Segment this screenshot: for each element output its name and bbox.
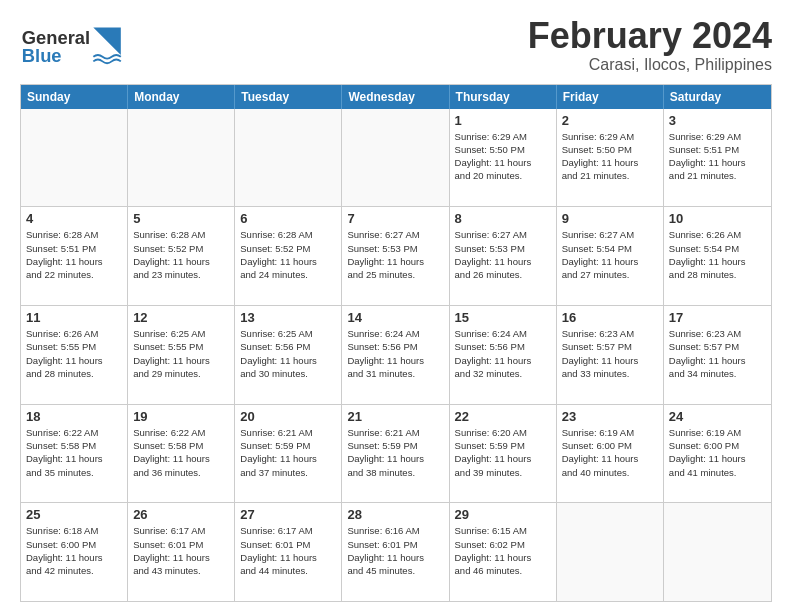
day-header-friday: Friday bbox=[557, 85, 664, 109]
calendar-cell: 23Sunrise: 6:19 AM Sunset: 6:00 PM Dayli… bbox=[557, 405, 664, 503]
day-number: 25 bbox=[26, 507, 122, 522]
day-info: Sunrise: 6:23 AM Sunset: 5:57 PM Dayligh… bbox=[562, 327, 658, 380]
day-info: Sunrise: 6:17 AM Sunset: 6:01 PM Dayligh… bbox=[133, 524, 229, 577]
day-number: 6 bbox=[240, 211, 336, 226]
calendar-cell: 13Sunrise: 6:25 AM Sunset: 5:56 PM Dayli… bbox=[235, 306, 342, 404]
day-info: Sunrise: 6:15 AM Sunset: 6:02 PM Dayligh… bbox=[455, 524, 551, 577]
page: General Blue February 2024 Carasi, Iloco… bbox=[0, 0, 792, 612]
day-info: Sunrise: 6:25 AM Sunset: 5:56 PM Dayligh… bbox=[240, 327, 336, 380]
day-info: Sunrise: 6:19 AM Sunset: 6:00 PM Dayligh… bbox=[669, 426, 766, 479]
calendar-cell bbox=[557, 503, 664, 601]
day-number: 22 bbox=[455, 409, 551, 424]
day-info: Sunrise: 6:20 AM Sunset: 5:59 PM Dayligh… bbox=[455, 426, 551, 479]
calendar-cell: 12Sunrise: 6:25 AM Sunset: 5:55 PM Dayli… bbox=[128, 306, 235, 404]
calendar-cell: 16Sunrise: 6:23 AM Sunset: 5:57 PM Dayli… bbox=[557, 306, 664, 404]
calendar-cell: 10Sunrise: 6:26 AM Sunset: 5:54 PM Dayli… bbox=[664, 207, 771, 305]
calendar-cell bbox=[235, 109, 342, 207]
calendar-cell bbox=[664, 503, 771, 601]
calendar-cell: 5Sunrise: 6:28 AM Sunset: 5:52 PM Daylig… bbox=[128, 207, 235, 305]
calendar-cell: 26Sunrise: 6:17 AM Sunset: 6:01 PM Dayli… bbox=[128, 503, 235, 601]
day-number: 26 bbox=[133, 507, 229, 522]
day-number: 7 bbox=[347, 211, 443, 226]
day-info: Sunrise: 6:23 AM Sunset: 5:57 PM Dayligh… bbox=[669, 327, 766, 380]
day-info: Sunrise: 6:19 AM Sunset: 6:00 PM Dayligh… bbox=[562, 426, 658, 479]
day-number: 13 bbox=[240, 310, 336, 325]
calendar-cell: 1Sunrise: 6:29 AM Sunset: 5:50 PM Daylig… bbox=[450, 109, 557, 207]
day-header-sunday: Sunday bbox=[21, 85, 128, 109]
day-info: Sunrise: 6:18 AM Sunset: 6:00 PM Dayligh… bbox=[26, 524, 122, 577]
day-number: 18 bbox=[26, 409, 122, 424]
day-number: 23 bbox=[562, 409, 658, 424]
day-info: Sunrise: 6:27 AM Sunset: 5:54 PM Dayligh… bbox=[562, 228, 658, 281]
day-info: Sunrise: 6:26 AM Sunset: 5:54 PM Dayligh… bbox=[669, 228, 766, 281]
day-number: 12 bbox=[133, 310, 229, 325]
day-info: Sunrise: 6:29 AM Sunset: 5:50 PM Dayligh… bbox=[562, 130, 658, 183]
day-number: 15 bbox=[455, 310, 551, 325]
day-info: Sunrise: 6:26 AM Sunset: 5:55 PM Dayligh… bbox=[26, 327, 122, 380]
day-info: Sunrise: 6:16 AM Sunset: 6:01 PM Dayligh… bbox=[347, 524, 443, 577]
calendar-cell bbox=[342, 109, 449, 207]
day-number: 21 bbox=[347, 409, 443, 424]
day-info: Sunrise: 6:17 AM Sunset: 6:01 PM Dayligh… bbox=[240, 524, 336, 577]
logo-svg: General Blue bbox=[20, 16, 130, 71]
calendar-header: SundayMondayTuesdayWednesdayThursdayFrid… bbox=[21, 85, 771, 109]
day-header-thursday: Thursday bbox=[450, 85, 557, 109]
calendar-cell: 14Sunrise: 6:24 AM Sunset: 5:56 PM Dayli… bbox=[342, 306, 449, 404]
page-subtitle: Carasi, Ilocos, Philippines bbox=[528, 56, 772, 74]
calendar-cell: 2Sunrise: 6:29 AM Sunset: 5:50 PM Daylig… bbox=[557, 109, 664, 207]
calendar-cell: 15Sunrise: 6:24 AM Sunset: 5:56 PM Dayli… bbox=[450, 306, 557, 404]
day-number: 19 bbox=[133, 409, 229, 424]
day-number: 10 bbox=[669, 211, 766, 226]
calendar-cell: 20Sunrise: 6:21 AM Sunset: 5:59 PM Dayli… bbox=[235, 405, 342, 503]
calendar-cell: 25Sunrise: 6:18 AM Sunset: 6:00 PM Dayli… bbox=[21, 503, 128, 601]
day-header-wednesday: Wednesday bbox=[342, 85, 449, 109]
calendar-cell: 24Sunrise: 6:19 AM Sunset: 6:00 PM Dayli… bbox=[664, 405, 771, 503]
calendar-cell bbox=[21, 109, 128, 207]
day-number: 27 bbox=[240, 507, 336, 522]
day-number: 5 bbox=[133, 211, 229, 226]
day-info: Sunrise: 6:28 AM Sunset: 5:52 PM Dayligh… bbox=[240, 228, 336, 281]
day-number: 2 bbox=[562, 113, 658, 128]
day-info: Sunrise: 6:21 AM Sunset: 5:59 PM Dayligh… bbox=[240, 426, 336, 479]
calendar-row: 1Sunrise: 6:29 AM Sunset: 5:50 PM Daylig… bbox=[21, 109, 771, 207]
day-info: Sunrise: 6:28 AM Sunset: 5:51 PM Dayligh… bbox=[26, 228, 122, 281]
day-info: Sunrise: 6:21 AM Sunset: 5:59 PM Dayligh… bbox=[347, 426, 443, 479]
day-info: Sunrise: 6:27 AM Sunset: 5:53 PM Dayligh… bbox=[455, 228, 551, 281]
calendar-cell: 29Sunrise: 6:15 AM Sunset: 6:02 PM Dayli… bbox=[450, 503, 557, 601]
day-info: Sunrise: 6:25 AM Sunset: 5:55 PM Dayligh… bbox=[133, 327, 229, 380]
day-number: 17 bbox=[669, 310, 766, 325]
logo: General Blue bbox=[20, 16, 130, 71]
day-number: 4 bbox=[26, 211, 122, 226]
calendar-cell: 19Sunrise: 6:22 AM Sunset: 5:58 PM Dayli… bbox=[128, 405, 235, 503]
calendar-cell: 18Sunrise: 6:22 AM Sunset: 5:58 PM Dayli… bbox=[21, 405, 128, 503]
day-number: 24 bbox=[669, 409, 766, 424]
day-info: Sunrise: 6:29 AM Sunset: 5:50 PM Dayligh… bbox=[455, 130, 551, 183]
calendar-cell: 4Sunrise: 6:28 AM Sunset: 5:51 PM Daylig… bbox=[21, 207, 128, 305]
day-info: Sunrise: 6:22 AM Sunset: 5:58 PM Dayligh… bbox=[133, 426, 229, 479]
day-header-tuesday: Tuesday bbox=[235, 85, 342, 109]
calendar-row: 18Sunrise: 6:22 AM Sunset: 5:58 PM Dayli… bbox=[21, 404, 771, 503]
day-header-monday: Monday bbox=[128, 85, 235, 109]
calendar-cell: 17Sunrise: 6:23 AM Sunset: 5:57 PM Dayli… bbox=[664, 306, 771, 404]
day-info: Sunrise: 6:24 AM Sunset: 5:56 PM Dayligh… bbox=[455, 327, 551, 380]
day-header-saturday: Saturday bbox=[664, 85, 771, 109]
title-block: February 2024 Carasi, Ilocos, Philippine… bbox=[528, 16, 772, 74]
day-number: 3 bbox=[669, 113, 766, 128]
calendar-cell: 11Sunrise: 6:26 AM Sunset: 5:55 PM Dayli… bbox=[21, 306, 128, 404]
day-number: 14 bbox=[347, 310, 443, 325]
day-info: Sunrise: 6:27 AM Sunset: 5:53 PM Dayligh… bbox=[347, 228, 443, 281]
calendar: SundayMondayTuesdayWednesdayThursdayFrid… bbox=[20, 84, 772, 602]
day-number: 9 bbox=[562, 211, 658, 226]
calendar-cell: 21Sunrise: 6:21 AM Sunset: 5:59 PM Dayli… bbox=[342, 405, 449, 503]
day-number: 16 bbox=[562, 310, 658, 325]
day-number: 20 bbox=[240, 409, 336, 424]
day-info: Sunrise: 6:28 AM Sunset: 5:52 PM Dayligh… bbox=[133, 228, 229, 281]
svg-text:Blue: Blue bbox=[22, 45, 62, 66]
calendar-cell: 27Sunrise: 6:17 AM Sunset: 6:01 PM Dayli… bbox=[235, 503, 342, 601]
calendar-cell: 22Sunrise: 6:20 AM Sunset: 5:59 PM Dayli… bbox=[450, 405, 557, 503]
calendar-cell: 9Sunrise: 6:27 AM Sunset: 5:54 PM Daylig… bbox=[557, 207, 664, 305]
day-number: 29 bbox=[455, 507, 551, 522]
svg-marker-2 bbox=[93, 27, 121, 55]
day-number: 28 bbox=[347, 507, 443, 522]
calendar-row: 11Sunrise: 6:26 AM Sunset: 5:55 PM Dayli… bbox=[21, 305, 771, 404]
